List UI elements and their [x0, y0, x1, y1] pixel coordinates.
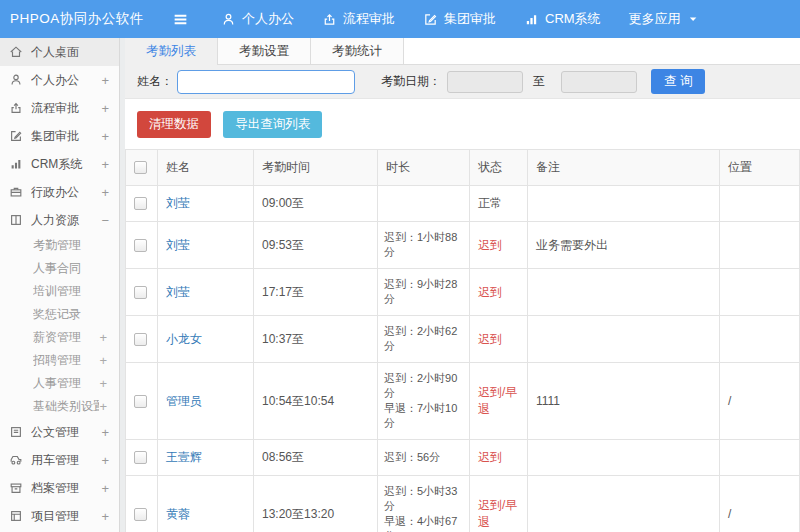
sidebar-item[interactable]: 个人办公+ [0, 66, 119, 94]
expander-icon: + [99, 399, 107, 414]
sidebar-item-label: 人力资源 [31, 212, 99, 229]
select-all-checkbox[interactable] [134, 161, 147, 174]
sidebar-item-label: 流程审批 [31, 100, 99, 117]
date-from-input[interactable] [447, 71, 523, 93]
flow-icon [322, 12, 337, 27]
duration-cell: 迟到：2小时90分早退：7小时10分 [378, 363, 470, 440]
remark-cell [528, 316, 720, 363]
sidebar-item-label: 项目管理 [31, 508, 99, 525]
time-cell: 13:20至13:20 [254, 476, 378, 532]
duration-line: 早退：7小时10分 [384, 401, 465, 431]
row-checkbox[interactable] [134, 333, 147, 346]
expander-icon: + [99, 453, 109, 468]
expander-icon: + [99, 425, 109, 440]
employee-name-link[interactable]: 管理员 [166, 394, 202, 408]
tab[interactable]: 考勤统计 [311, 38, 404, 64]
status-cell: 迟到 [470, 316, 528, 363]
column-header: 位置 [720, 150, 800, 186]
sidebar-item[interactable]: 项目管理+ [0, 502, 119, 530]
sidebar-subitem[interactable]: 人事管理+ [0, 372, 119, 395]
employee-name-link[interactable]: 黄蓉 [166, 507, 190, 521]
column-header: 考勤时间 [254, 150, 378, 186]
status-badge: 正常 [478, 196, 502, 210]
sidebar-item[interactable]: 流程审批+ [0, 94, 119, 122]
clear-data-button[interactable]: 清理数据 [137, 111, 211, 138]
sidebar-item[interactable]: 档案管理+ [0, 474, 119, 502]
sidebar-item[interactable]: 人力资源− [0, 206, 119, 234]
row-checkbox[interactable] [134, 395, 147, 408]
status-badge: 迟到 [478, 450, 502, 464]
row-checkbox[interactable] [134, 508, 147, 521]
topbar-nav-item[interactable]: 流程审批 [308, 0, 409, 38]
tab[interactable]: 考勤设置 [218, 38, 311, 64]
sidebar-subitem[interactable]: 人事合同 [0, 257, 119, 280]
tab-strip: 考勤列表考勤设置考勤统计 [125, 38, 800, 65]
sidebar-item[interactable]: 用车管理+ [0, 446, 119, 474]
topbar-nav-label: CRM系统 [545, 10, 601, 28]
search-button[interactable]: 查 询 [651, 69, 705, 94]
checkbox-cell [126, 222, 158, 269]
sidebar-item[interactable]: 公文管理+ [0, 418, 119, 446]
tab[interactable]: 考勤列表 [125, 38, 218, 65]
sidebar-subitem[interactable]: 招聘管理+ [0, 349, 119, 372]
topbar-nav-item[interactable]: 个人办公 [207, 0, 308, 38]
name-cell: 刘莹 [158, 269, 254, 316]
expander-icon: + [99, 157, 109, 172]
sidebar-item[interactable]: CRM系统+ [0, 150, 119, 178]
sidebar-item[interactable]: 个人桌面 [0, 38, 119, 66]
topbar-nav-item[interactable]: 集团审批 [409, 0, 510, 38]
topbar-nav-item[interactable]: 更多应用 [615, 0, 714, 38]
employee-name-link[interactable]: 刘莹 [166, 285, 190, 299]
name-label: 姓名： [137, 73, 173, 90]
duration-line: 迟到：5小时33分 [384, 484, 465, 514]
table-row: 黄蓉13:20至13:20迟到：5小时33分早退：4小时67分迟到/早退/ [126, 476, 800, 532]
table-body: 刘莹09:00至正常刘莹09:53至迟到：1小时88分迟到业务需要外出刘莹17:… [126, 186, 800, 532]
name-cell: 黄蓉 [158, 476, 254, 532]
menu-icon[interactable] [172, 11, 189, 28]
status-badge: 迟到 [478, 238, 502, 252]
sidebar-subitem[interactable]: 奖惩记录 [0, 303, 119, 326]
sidebar-item-label: 行政办公 [31, 184, 99, 201]
date-to-input[interactable] [561, 71, 637, 93]
status-cell: 迟到 [470, 440, 528, 476]
topbar-nav-label: 集团审批 [444, 10, 496, 28]
duration-cell: 迟到：9小时28分 [378, 269, 470, 316]
duration-line: 迟到：1小时88分 [384, 230, 465, 260]
sidebar-subitem[interactable]: 基础类别设置+ [0, 395, 119, 418]
sidebar-item-label: 个人办公 [31, 72, 99, 89]
employee-name-link[interactable]: 刘莹 [166, 238, 190, 252]
expander-icon: + [99, 185, 109, 200]
sidebar-item-label: 档案管理 [31, 480, 99, 497]
duration-cell: 迟到：5小时33分早退：4小时67分 [378, 476, 470, 532]
doc-icon [9, 425, 24, 439]
status-badge: 迟到 [478, 285, 502, 299]
user-icon [9, 73, 24, 87]
employee-name-link[interactable]: 王壹辉 [166, 450, 202, 464]
sidebar-subitem-label: 招聘管理 [33, 352, 99, 369]
expander-icon: + [99, 101, 109, 116]
name-input[interactable] [177, 70, 355, 94]
employee-name-link[interactable]: 小龙女 [166, 332, 202, 346]
row-checkbox[interactable] [134, 239, 147, 252]
checkbox-cell [126, 316, 158, 363]
expander-icon: + [99, 509, 109, 524]
remark-cell [528, 440, 720, 476]
topbar-nav-item[interactable]: CRM系统 [510, 0, 615, 38]
sidebar-item[interactable]: 行政办公+ [0, 178, 119, 206]
date-label: 考勤日期： [381, 73, 441, 90]
row-checkbox[interactable] [134, 286, 147, 299]
sidebar-subitem[interactable]: 培训管理 [0, 280, 119, 303]
expander-icon: + [99, 376, 107, 391]
status-cell: 迟到 [470, 222, 528, 269]
sidebar-subitem-label: 考勤管理 [33, 237, 107, 254]
sidebar-subitem[interactable]: 考勤管理 [0, 234, 119, 257]
row-checkbox[interactable] [134, 451, 147, 464]
sidebar-subitem[interactable]: 薪资管理+ [0, 326, 119, 349]
employee-name-link[interactable]: 刘莹 [166, 196, 190, 210]
sidebar-item[interactable]: 集团审批+ [0, 122, 119, 150]
export-list-button[interactable]: 导出查询列表 [223, 111, 322, 138]
name-cell: 管理员 [158, 363, 254, 440]
expander-icon: + [99, 73, 109, 88]
status-badge: 迟到/早退 [478, 498, 517, 529]
row-checkbox[interactable] [134, 197, 147, 210]
